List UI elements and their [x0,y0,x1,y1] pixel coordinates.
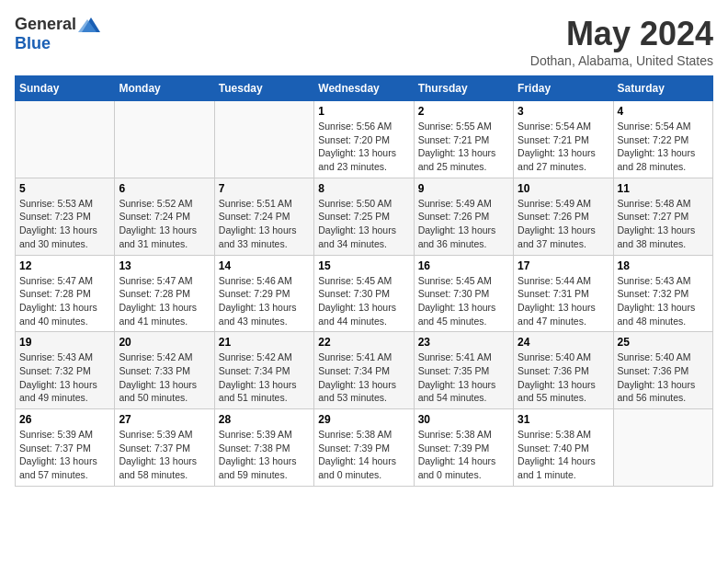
day-number: 28 [219,413,310,426]
table-row [214,101,313,178]
table-row: 19Sunrise: 5:43 AMSunset: 7:32 PMDayligh… [16,332,115,409]
day-number: 2 [418,105,509,118]
day-info: Sunrise: 5:47 AMSunset: 7:28 PMDaylight:… [119,274,210,328]
day-number: 31 [518,413,609,426]
table-row: 29Sunrise: 5:38 AMSunset: 7:39 PMDayligh… [314,409,414,487]
header-tuesday: Tuesday [214,76,313,101]
table-row: 7Sunrise: 5:51 AMSunset: 7:24 PMDaylight… [214,178,313,255]
table-row: 5Sunrise: 5:53 AMSunset: 7:23 PMDaylight… [16,178,115,255]
day-number: 23 [418,336,509,349]
day-info: Sunrise: 5:40 AMSunset: 7:36 PMDaylight:… [618,350,709,405]
day-info: Sunrise: 5:38 AMSunset: 7:39 PMDaylight:… [318,428,409,482]
table-row: 28Sunrise: 5:39 AMSunset: 7:38 PMDayligh… [214,409,313,487]
table-row: 11Sunrise: 5:48 AMSunset: 7:27 PMDayligh… [613,178,712,255]
table-row: 30Sunrise: 5:38 AMSunset: 7:39 PMDayligh… [414,409,513,487]
table-row [613,409,712,487]
month-title: May 2024 [530,15,713,53]
day-number: 22 [318,336,409,349]
table-row: 31Sunrise: 5:38 AMSunset: 7:40 PMDayligh… [514,409,613,487]
calendar-table: Sunday Monday Tuesday Wednesday Thursday… [15,75,713,487]
day-info: Sunrise: 5:41 AMSunset: 7:34 PMDaylight:… [318,350,409,405]
page-header: General Blue May 2024 Dothan, Alabama, U… [15,15,713,68]
table-row: 14Sunrise: 5:46 AMSunset: 7:29 PMDayligh… [214,255,313,332]
day-number: 18 [618,259,709,272]
logo: General Blue [15,15,100,53]
day-info: Sunrise: 5:48 AMSunset: 7:27 PMDaylight:… [618,197,709,251]
day-number: 9 [418,182,509,195]
day-number: 20 [119,336,210,349]
day-number: 11 [618,182,709,195]
table-row: 26Sunrise: 5:39 AMSunset: 7:37 PMDayligh… [16,409,115,487]
day-info: Sunrise: 5:49 AMSunset: 7:26 PMDaylight:… [518,197,609,251]
header-thursday: Thursday [414,76,513,101]
table-row: 25Sunrise: 5:40 AMSunset: 7:36 PMDayligh… [613,332,712,409]
table-row [16,101,115,178]
day-number: 27 [119,413,210,426]
day-info: Sunrise: 5:39 AMSunset: 7:38 PMDaylight:… [219,428,310,482]
day-info: Sunrise: 5:42 AMSunset: 7:33 PMDaylight:… [119,350,210,405]
day-number: 29 [318,413,409,426]
table-row [115,101,214,178]
day-number: 14 [219,259,310,272]
table-row: 20Sunrise: 5:42 AMSunset: 7:33 PMDayligh… [115,332,214,409]
table-row: 1Sunrise: 5:56 AMSunset: 7:20 PMDaylight… [314,101,414,178]
day-info: Sunrise: 5:40 AMSunset: 7:36 PMDaylight:… [518,350,609,405]
day-info: Sunrise: 5:39 AMSunset: 7:37 PMDaylight:… [119,428,210,482]
day-number: 24 [518,336,609,349]
table-row: 17Sunrise: 5:44 AMSunset: 7:31 PMDayligh… [514,255,613,332]
table-row: 18Sunrise: 5:43 AMSunset: 7:32 PMDayligh… [613,255,712,332]
calendar-week-row: 19Sunrise: 5:43 AMSunset: 7:32 PMDayligh… [16,332,713,409]
day-info: Sunrise: 5:38 AMSunset: 7:39 PMDaylight:… [418,428,509,482]
header-saturday: Saturday [613,76,712,101]
day-info: Sunrise: 5:42 AMSunset: 7:34 PMDaylight:… [219,350,310,405]
day-number: 12 [19,259,110,272]
table-row: 4Sunrise: 5:54 AMSunset: 7:22 PMDaylight… [613,101,712,178]
day-info: Sunrise: 5:44 AMSunset: 7:31 PMDaylight:… [518,274,609,328]
day-number: 21 [219,336,310,349]
logo-icon [78,16,100,34]
day-number: 25 [618,336,709,349]
day-info: Sunrise: 5:47 AMSunset: 7:28 PMDaylight:… [19,274,110,328]
day-info: Sunrise: 5:39 AMSunset: 7:37 PMDaylight:… [19,428,110,482]
day-info: Sunrise: 5:45 AMSunset: 7:30 PMDaylight:… [418,274,509,328]
table-row: 24Sunrise: 5:40 AMSunset: 7:36 PMDayligh… [514,332,613,409]
header-friday: Friday [514,76,613,101]
header-monday: Monday [115,76,214,101]
day-number: 3 [518,105,609,118]
day-number: 13 [119,259,210,272]
day-number: 15 [318,259,409,272]
day-info: Sunrise: 5:53 AMSunset: 7:23 PMDaylight:… [19,197,110,251]
table-row: 3Sunrise: 5:54 AMSunset: 7:21 PMDaylight… [514,101,613,178]
day-number: 26 [19,413,110,426]
day-info: Sunrise: 5:50 AMSunset: 7:25 PMDaylight:… [318,197,409,251]
day-info: Sunrise: 5:56 AMSunset: 7:20 PMDaylight:… [318,120,409,174]
day-number: 8 [318,182,409,195]
table-row: 9Sunrise: 5:49 AMSunset: 7:26 PMDaylight… [414,178,513,255]
logo-blue: Blue [15,34,51,53]
table-row: 15Sunrise: 5:45 AMSunset: 7:30 PMDayligh… [314,255,414,332]
day-info: Sunrise: 5:41 AMSunset: 7:35 PMDaylight:… [418,350,509,405]
day-info: Sunrise: 5:46 AMSunset: 7:29 PMDaylight:… [219,274,310,328]
table-row: 2Sunrise: 5:55 AMSunset: 7:21 PMDaylight… [414,101,513,178]
day-number: 17 [518,259,609,272]
location: Dothan, Alabama, United States [530,53,713,68]
day-number: 6 [119,182,210,195]
table-row: 13Sunrise: 5:47 AMSunset: 7:28 PMDayligh… [115,255,214,332]
day-info: Sunrise: 5:54 AMSunset: 7:22 PMDaylight:… [618,120,709,174]
table-row: 6Sunrise: 5:52 AMSunset: 7:24 PMDaylight… [115,178,214,255]
day-number: 16 [418,259,509,272]
title-section: May 2024 Dothan, Alabama, United States [530,15,713,68]
day-info: Sunrise: 5:49 AMSunset: 7:26 PMDaylight:… [418,197,509,251]
day-info: Sunrise: 5:54 AMSunset: 7:21 PMDaylight:… [518,120,609,174]
table-row: 8Sunrise: 5:50 AMSunset: 7:25 PMDaylight… [314,178,414,255]
day-number: 30 [418,413,509,426]
header-sunday: Sunday [16,76,115,101]
day-info: Sunrise: 5:43 AMSunset: 7:32 PMDaylight:… [618,274,709,328]
table-row: 21Sunrise: 5:42 AMSunset: 7:34 PMDayligh… [214,332,313,409]
day-number: 1 [318,105,409,118]
calendar-week-row: 5Sunrise: 5:53 AMSunset: 7:23 PMDaylight… [16,178,713,255]
day-number: 4 [618,105,709,118]
table-row: 27Sunrise: 5:39 AMSunset: 7:37 PMDayligh… [115,409,214,487]
day-number: 19 [19,336,110,349]
day-number: 10 [518,182,609,195]
